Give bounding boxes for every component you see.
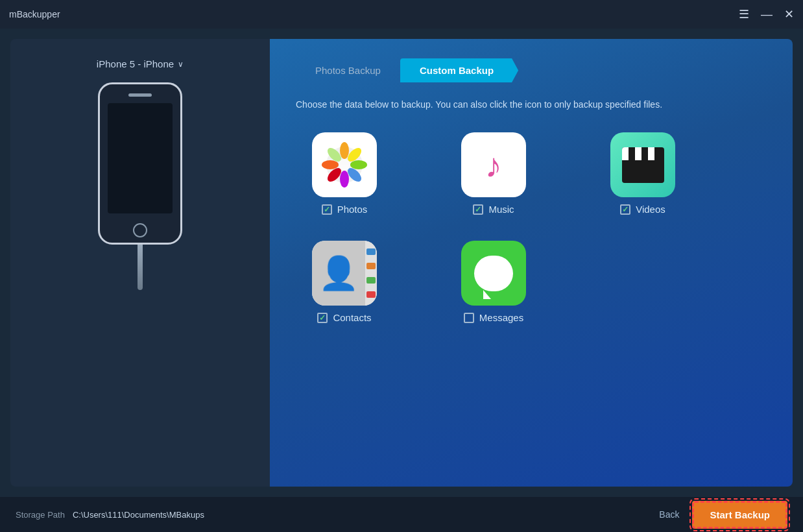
menu-icon[interactable]: ☰: [739, 8, 749, 20]
svg-point-1: [340, 142, 349, 159]
videos-checkbox[interactable]: [620, 204, 630, 215]
bottom-bar: Storage Path C:\Users\111\Documents\MBak…: [0, 497, 803, 532]
svg-text:♪: ♪: [485, 147, 502, 184]
bottom-right-controls: Back Start Backup: [659, 501, 787, 529]
svg-point-9: [339, 159, 350, 171]
photos-label: Photos: [322, 204, 368, 215]
music-icon: ♪: [461, 132, 526, 197]
backup-item-photos[interactable]: Photos: [296, 132, 393, 215]
phone-cable: [138, 245, 143, 290]
tabs: Photos Backup Custom Backup: [296, 58, 767, 82]
messages-icon: [461, 241, 526, 306]
contacts-icon: 👤: [312, 241, 377, 306]
videos-label: Videos: [620, 204, 665, 215]
window-controls: ☰ — ✕: [739, 8, 794, 20]
chevron-down-icon: ∨: [178, 60, 184, 69]
minimize-button[interactable]: —: [761, 8, 773, 20]
phone-speaker: [128, 93, 152, 97]
phone-screen: [108, 103, 173, 213]
title-bar: mBackupper ☰ — ✕: [0, 0, 803, 29]
device-name: iPhone 5 - iPhone: [97, 58, 174, 69]
backup-items-grid: Photos ♪ Music: [296, 132, 767, 323]
clapper-board: [622, 147, 664, 183]
music-checkbox[interactable]: [473, 204, 483, 215]
messages-label: Messages: [464, 312, 523, 323]
backup-item-contacts[interactable]: 👤 Contacts: [296, 241, 393, 323]
backup-item-messages[interactable]: Messages: [445, 241, 542, 323]
svg-point-5: [340, 171, 349, 187]
app-title: mBackupper: [9, 9, 60, 19]
phone-home-button: [133, 223, 147, 237]
phone-body: [98, 82, 182, 245]
backup-item-music[interactable]: ♪ Music: [445, 132, 542, 215]
storage-path-group: Storage Path C:\Users\111\Documents\MBak…: [16, 510, 204, 520]
left-panel: iPhone 5 - iPhone ∨: [10, 39, 270, 487]
photos-icon: [312, 132, 377, 197]
backup-item-videos[interactable]: Videos: [594, 132, 691, 215]
svg-point-7: [322, 160, 339, 169]
start-backup-button[interactable]: Start Backup: [692, 501, 787, 529]
message-bubble: [474, 256, 513, 291]
contacts-label: Contacts: [317, 312, 371, 323]
phone-illustration: [98, 82, 182, 290]
photos-checkbox[interactable]: [322, 204, 332, 215]
messages-checkbox[interactable]: [464, 313, 474, 323]
person-silhouette-icon: 👤: [318, 254, 359, 292]
right-panel: Photos Backup Custom Backup Choose the d…: [270, 39, 793, 487]
storage-path-value: C:\Users\111\Documents\MBakups: [73, 510, 204, 520]
storage-path-label: Storage Path: [16, 510, 65, 520]
tab-custom-backup[interactable]: Custom Backup: [400, 58, 518, 82]
close-button[interactable]: ✕: [784, 8, 794, 20]
back-button[interactable]: Back: [659, 509, 679, 520]
music-label: Music: [473, 204, 514, 215]
videos-icon: [610, 132, 675, 197]
contacts-checkbox[interactable]: [317, 313, 328, 323]
tab-photos-backup[interactable]: Photos Backup: [296, 58, 400, 82]
main-content: iPhone 5 - iPhone ∨ Photos Backup Custom…: [0, 29, 803, 497]
svg-point-3: [350, 160, 367, 169]
description-text: Choose the data below to backup. You can…: [296, 98, 767, 112]
device-selector[interactable]: iPhone 5 - iPhone ∨: [97, 58, 184, 69]
